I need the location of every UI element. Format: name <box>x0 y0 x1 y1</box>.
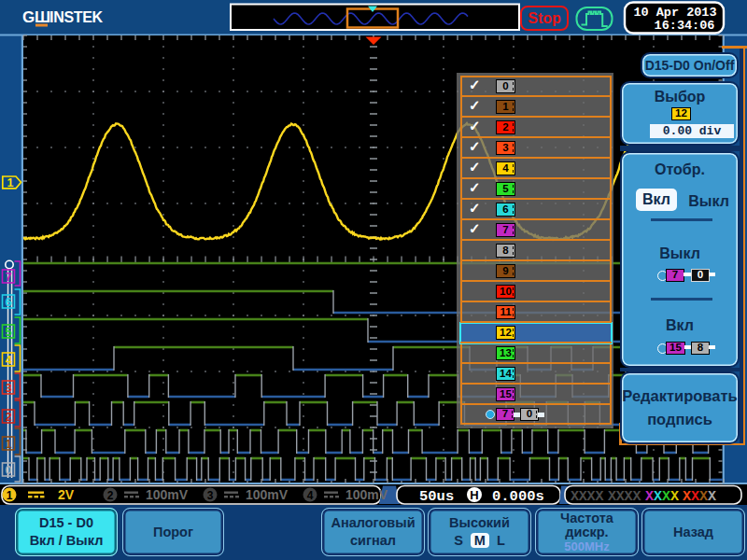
svg-text:X: X <box>670 489 679 505</box>
svg-text:3: 3 <box>207 489 214 502</box>
svg-text:2: 2 <box>107 489 114 502</box>
svg-text:100mV: 100mV <box>246 487 289 502</box>
svg-text:H: H <box>470 488 478 502</box>
svg-text:50us: 50us <box>419 488 454 505</box>
svg-text:X: X <box>662 489 670 505</box>
svg-text:100mV: 100mV <box>345 487 388 502</box>
svg-text:4: 4 <box>307 489 314 502</box>
svg-text:100mV: 100mV <box>146 487 189 502</box>
svg-text:X: X <box>683 489 691 505</box>
svg-text:1: 1 <box>7 489 13 502</box>
svg-text:X: X <box>654 489 662 505</box>
svg-text:X: X <box>708 489 716 505</box>
svg-text:X: X <box>691 489 699 505</box>
svg-text:XXXX: XXXX <box>571 489 603 505</box>
svg-text:0.000s: 0.000s <box>492 488 544 505</box>
svg-text:X: X <box>645 489 654 505</box>
svg-text:X: X <box>699 489 708 505</box>
svg-text:XXXX: XXXX <box>608 489 641 505</box>
svg-text:2V: 2V <box>58 487 75 502</box>
